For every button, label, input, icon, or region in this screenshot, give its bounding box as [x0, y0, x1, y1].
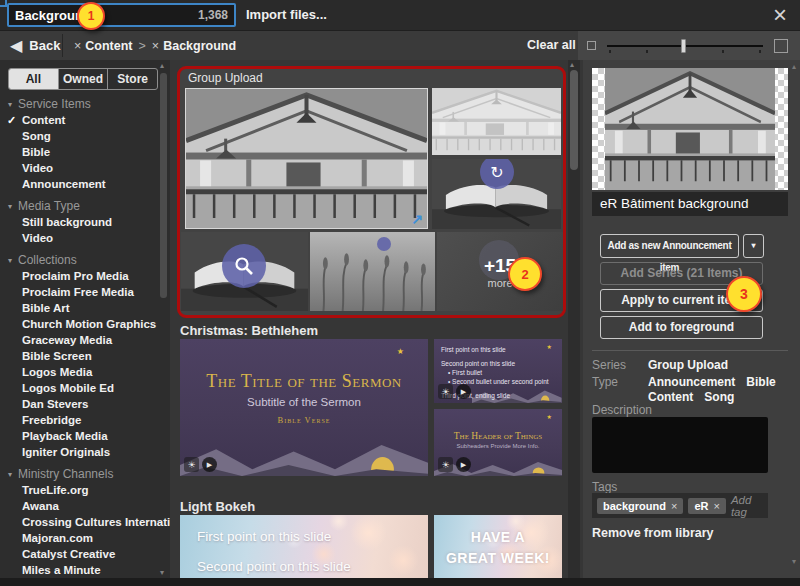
add-to-foreground-button[interactable]: Add to foreground [600, 316, 763, 339]
sidebar-item-proclaim-pro-media[interactable]: Proclaim Pro Media [0, 268, 170, 284]
sidebar-item-proclaim-free-media[interactable]: Proclaim Free Media [0, 284, 170, 300]
breadcrumb-item-background[interactable]: × Background [152, 39, 236, 53]
sidebar-scrollbar[interactable]: ▴ ▾ [159, 61, 169, 577]
annotation-step-1: 1 [77, 2, 105, 30]
media-title-field[interactable]: eR Bâtiment background [592, 192, 788, 216]
tag-pill-background[interactable]: background × [597, 498, 683, 514]
section-ministry-channels[interactable]: ▾ Ministry Channels [0, 466, 170, 482]
slide-sermon-header[interactable]: ★ The Header of Things Subheaders Provid… [434, 409, 562, 476]
sidebar-item-miles-a-minute[interactable]: Miles a Minute [0, 562, 170, 578]
add-as-new-announcement-button[interactable]: Add as new Announcement item [600, 234, 739, 258]
import-files-button[interactable]: Import files... [246, 7, 327, 22]
thumbnail-size-slider[interactable] [607, 45, 763, 47]
slide-sermon-title[interactable]: ★ The Title of the Sermon Subtitle of th… [180, 339, 428, 476]
week-line: HAVE A [434, 527, 562, 548]
scrollbar-thumb[interactable] [570, 70, 578, 170]
scroll-down-icon[interactable]: ▾ [160, 568, 164, 577]
sidebar-item-bible[interactable]: Bible [0, 144, 170, 160]
media-thumb-church-large[interactable]: ↗ [185, 88, 428, 229]
annotation-step-3: 3 [726, 276, 762, 312]
sidebar-item-crossing-cultures[interactable]: Crossing Cultures Internati… [0, 514, 170, 530]
star-icon: ★ [547, 413, 552, 420]
media-thumb-wheat[interactable] [310, 232, 435, 311]
sidebar-item-logos-mobile-ed[interactable]: Logos Mobile Ed [0, 380, 170, 396]
section-service-items[interactable]: ▾ Service Items [0, 96, 170, 112]
add-tag-input[interactable]: Add tag [731, 494, 763, 518]
sidebar-item-bible-screen[interactable]: Bible Screen [0, 348, 170, 364]
tab-all[interactable]: All [9, 69, 59, 89]
media-thumb-church-faded[interactable] [432, 88, 561, 155]
back-label: Back [29, 38, 60, 53]
sidebar-item-truelife[interactable]: TrueLife.org [0, 482, 170, 498]
breadcrumb-item-content[interactable]: × Content [74, 39, 133, 53]
more-items-tile[interactable]: +15 more [437, 232, 563, 311]
sidebar-item-dan-stevers[interactable]: Dan Stevers [0, 396, 170, 412]
series-row: SeriesGroup Upload [592, 358, 728, 372]
media-thumb-book-syncing[interactable]: ↻ [432, 159, 561, 229]
back-button[interactable]: ◀ Back [10, 31, 60, 60]
tag-pill-er[interactable]: eR × [688, 498, 726, 514]
type-value: Song [704, 390, 734, 404]
back-arrow-icon: ◀ [10, 38, 22, 54]
slide-sermon-points[interactable]: ★ First point on this slide Second point… [434, 339, 562, 403]
add-new-dropdown-button[interactable]: ▾ [743, 234, 764, 258]
still-slide-icon: ☀ [438, 457, 453, 472]
play-icon[interactable]: ▶ [456, 457, 471, 472]
sidebar-item-graceway-media[interactable]: Graceway Media [0, 332, 170, 348]
slide-bokeh-points[interactable]: First point on this slide Second point o… [180, 515, 428, 578]
media-thumb-book-zoom[interactable] [181, 232, 308, 311]
zoom-badge-icon [222, 244, 266, 288]
filter-sidebar: All Owned Store ▾ Service Items ✓ Conten… [0, 60, 170, 578]
section-collections[interactable]: ▾ Collections [0, 252, 170, 268]
remove-from-library-button[interactable]: Remove from library [592, 526, 714, 540]
scroll-up-icon[interactable]: ▴ [792, 62, 796, 71]
scroll-up-icon[interactable]: ▴ [160, 61, 164, 70]
sidebar-item-catalyst-creative[interactable]: Catalyst Creative [0, 546, 170, 562]
remove-filter-icon[interactable]: × [152, 39, 159, 53]
sidebar-item-content[interactable]: ✓ Content [0, 112, 170, 128]
large-thumbnail-icon [774, 39, 788, 53]
tags-field[interactable]: background × eR × Add tag [592, 493, 768, 518]
search-input[interactable]: Background 1,368 [7, 3, 236, 27]
clear-all-button[interactable]: Clear all [527, 31, 576, 60]
sidebar-item-song[interactable]: Song [0, 128, 170, 144]
tag-remove-icon[interactable]: × [713, 500, 719, 512]
slide-bokeh-week[interactable]: HAVE A GREAT WEEK! [434, 515, 562, 578]
sidebar-item-igniter-originals[interactable]: Igniter Originals [0, 444, 170, 460]
sidebar-item-media-video[interactable]: Video [0, 230, 170, 246]
sidebar-item-logos-media[interactable]: Logos Media [0, 364, 170, 380]
sidebar-item-video[interactable]: Video [0, 160, 170, 176]
description-label: Description [592, 403, 652, 417]
slider-handle[interactable] [681, 39, 686, 53]
series-value: Group Upload [648, 358, 728, 372]
sidebar-item-freebridge[interactable]: Freebridge [0, 412, 170, 428]
sidebar-item-announcement[interactable]: Announcement [0, 176, 170, 192]
sidebar-item-bible-art[interactable]: Bible Art [0, 300, 170, 316]
play-icon[interactable]: ▶ [456, 384, 471, 399]
type-row: TypeAnnouncementBibleContentSong [592, 375, 793, 405]
media-browser-scrollbar[interactable]: ▴ [568, 60, 580, 578]
sidebar-item-church-motion-graphics[interactable]: Church Motion Graphics [0, 316, 170, 332]
play-icon[interactable]: ▶ [202, 457, 217, 472]
sidebar-item-majoran[interactable]: Majoran.com [0, 530, 170, 546]
tab-owned[interactable]: Owned [59, 69, 109, 89]
scrollbar-thumb[interactable] [160, 73, 167, 298]
description-textarea[interactable] [592, 417, 768, 473]
sidebar-item-awana[interactable]: Awana [0, 498, 170, 514]
breadcrumb: × Content > × Background [74, 31, 236, 60]
type-label: Type [592, 375, 648, 389]
tag-remove-icon[interactable]: × [671, 500, 677, 512]
close-icon[interactable]: × [773, 1, 787, 29]
collapse-triangle-icon: ▾ [8, 470, 12, 479]
section-media-type[interactable]: ▾ Media Type [0, 198, 170, 214]
section-title-light-bokeh: Light Bokeh [180, 499, 255, 514]
scroll-up-icon[interactable]: ▴ [570, 60, 574, 69]
tab-store[interactable]: Store [108, 69, 157, 89]
sidebar-item-still-background[interactable]: Still background [0, 214, 170, 230]
breadcrumb-separator: > [139, 39, 146, 53]
sidebar-item-playback-media[interactable]: Playback Media [0, 428, 170, 444]
search-result-count: 1,368 [198, 8, 228, 22]
point-line: Second point on this slide [197, 559, 351, 574]
remove-filter-icon[interactable]: × [74, 39, 81, 53]
scroll-down-icon[interactable]: ▾ [792, 557, 796, 566]
